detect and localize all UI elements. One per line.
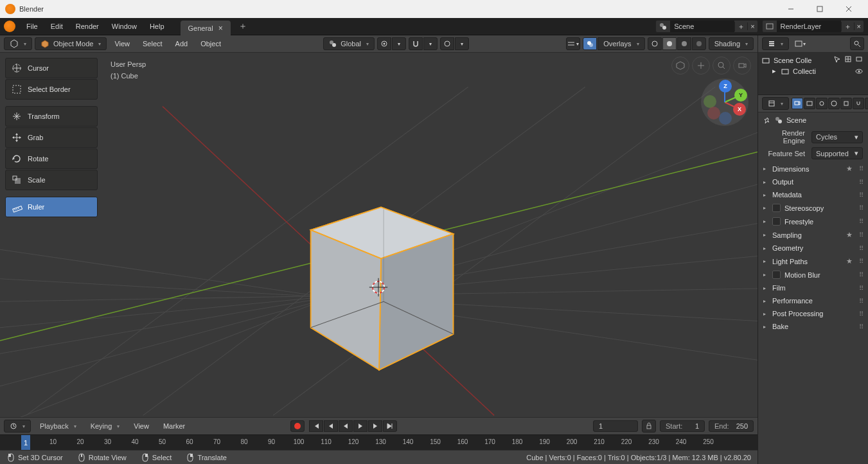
feature-set-dropdown[interactable]: Supported▾ (811, 147, 863, 159)
star-icon[interactable]: ★ (846, 257, 853, 265)
renderlayer-name-input[interactable] (777, 21, 841, 32)
proportional-edit[interactable]: ▾ (440, 37, 469, 50)
outliner-search[interactable] (850, 37, 864, 50)
axis-neg-y[interactable] (704, 95, 716, 108)
tool-scale[interactable]: Scale (5, 170, 98, 190)
axis-z[interactable]: Z (719, 80, 732, 93)
viewport-menu-select[interactable]: Select (137, 38, 168, 49)
stereoscopy-checkbox[interactable] (772, 204, 781, 212)
timeline-keying-menu[interactable]: Keying▾ (85, 420, 125, 433)
scene-selector[interactable]: ＋ × (655, 20, 757, 33)
renderlayer-add-button[interactable]: ＋ (841, 22, 854, 31)
menu-render[interactable]: Render (70, 20, 105, 33)
timeline-playback-menu[interactable]: Playback▾ (35, 420, 82, 433)
jump-to-start[interactable] (309, 420, 323, 432)
renderlayer-browse-icon[interactable] (763, 22, 777, 31)
shading-solid[interactable] (662, 37, 677, 50)
scene-add-button[interactable]: ＋ (734, 22, 747, 31)
tool-ruler[interactable]: Ruler (5, 197, 98, 217)
mode-dropdown[interactable]: Object Mode▾ (35, 37, 107, 50)
blender-logo-icon[interactable] (4, 21, 15, 32)
tool-cursor[interactable]: Cursor (5, 58, 98, 78)
timeline-marker-menu[interactable]: Marker (158, 420, 190, 432)
viewport-3d[interactable]: Cursor Select Border Transform Grab Rota… (0, 53, 757, 417)
panel-output[interactable]: ▸Output⠿ (763, 175, 863, 188)
tool-grab[interactable]: Grab (5, 127, 98, 148)
nav-camera[interactable] (733, 57, 751, 75)
panel-film[interactable]: ▸Film⠿ (763, 281, 863, 294)
maximize-button[interactable] (805, 0, 834, 18)
pin-icon[interactable] (763, 116, 771, 124)
props-tab-object[interactable] (840, 98, 852, 109)
props-tab-output[interactable] (804, 98, 815, 109)
shading-dropdown[interactable]: Shading▾ (709, 37, 754, 50)
properties-editor-dropdown[interactable]: ▾ (762, 97, 789, 110)
lock-frame-range[interactable] (642, 420, 656, 433)
collections-visibility[interactable]: ▾ (566, 37, 580, 50)
menu-file[interactable]: File (21, 20, 44, 33)
menu-edit[interactable]: Edit (45, 20, 69, 33)
outliner-tree[interactable]: Scene Colle ▸ Collecti (758, 53, 868, 95)
play[interactable] (353, 420, 368, 432)
overlays-dropdown[interactable]: Overlays▾ (598, 37, 644, 50)
panel-light-paths[interactable]: ▸Light Paths★⠿ (763, 254, 863, 268)
axis-y[interactable]: Y (734, 89, 747, 102)
editor-type-dropdown[interactable]: ▾ (4, 37, 32, 50)
filter-cursor-icon[interactable] (833, 55, 842, 63)
scene-delete-button[interactable]: × (747, 22, 757, 30)
nav-pan[interactable] (692, 57, 710, 75)
nav-zoom[interactable] (713, 57, 731, 75)
play-reverse[interactable] (339, 420, 353, 432)
viewport-menu-add[interactable]: Add (170, 38, 193, 49)
workspace-tab-general[interactable]: General × (181, 21, 231, 36)
outliner-editor-dropdown[interactable]: ▾ (762, 37, 789, 50)
panel-post-processing[interactable]: ▸Post Processing⠿ (763, 307, 863, 320)
workspace-add-button[interactable]: ＋ (235, 19, 251, 33)
orientation-dropdown[interactable]: Global▾ (323, 37, 375, 50)
props-tab-material[interactable] (865, 98, 868, 109)
timeline-editor-dropdown[interactable]: ▾ (4, 420, 31, 433)
jump-next-keyframe[interactable] (368, 420, 382, 432)
panel-sampling[interactable]: ▸Sampling★⠿ (763, 228, 863, 242)
visibility-eye-icon[interactable] (855, 67, 864, 75)
shading-lookdev[interactable] (677, 37, 691, 50)
shading-wireframe[interactable] (648, 37, 662, 50)
outliner-display-mode[interactable]: ▾ (793, 37, 807, 50)
nav-orbit[interactable] (671, 57, 689, 75)
timeline-view-menu[interactable]: View (128, 420, 154, 432)
shading-mode-buttons[interactable] (648, 37, 706, 50)
playhead[interactable]: 1 (21, 435, 30, 450)
scene-browse-icon[interactable] (656, 22, 670, 31)
menu-help[interactable]: Help (144, 20, 170, 33)
start-frame-field[interactable]: Start:1 (660, 420, 705, 432)
panel-metadata[interactable]: ▸Metadata⠿ (763, 188, 863, 201)
filter-render-icon[interactable] (855, 55, 864, 63)
tool-rotate[interactable]: Rotate (5, 148, 98, 169)
viewport-menu-object[interactable]: Object (195, 38, 226, 49)
auto-keying-toggle[interactable] (290, 420, 305, 432)
panel-bake[interactable]: ▸Bake⠿ (763, 320, 863, 333)
axis-neg-x[interactable] (707, 107, 720, 120)
jump-to-end[interactable] (383, 420, 397, 432)
shading-rendered[interactable] (692, 37, 706, 50)
close-button[interactable] (834, 0, 863, 18)
end-frame-field[interactable]: End:250 (709, 420, 754, 432)
tool-transform[interactable]: Transform (5, 106, 98, 127)
panel-freestyle[interactable]: ▸Freestyle⠿ (763, 215, 863, 228)
disclosure-icon[interactable]: ▸ (770, 67, 779, 75)
filter-grid-icon[interactable] (844, 55, 853, 63)
minimize-button[interactable] (776, 0, 805, 18)
freestyle-checkbox[interactable] (772, 217, 781, 226)
scene-name-input[interactable] (670, 21, 734, 32)
props-tab-world[interactable] (828, 98, 840, 109)
axis-neg-z[interactable] (719, 112, 732, 125)
props-tab-scene[interactable] (816, 98, 828, 109)
render-engine-dropdown[interactable]: Cycles▾ (811, 131, 863, 143)
panel-dimensions[interactable]: ▸Dimensions★⠿ (763, 162, 863, 175)
tool-select-border[interactable]: Select Border (5, 79, 98, 100)
star-icon[interactable]: ★ (846, 231, 853, 239)
star-icon[interactable]: ★ (846, 165, 853, 173)
renderlayer-selector[interactable]: ＋ × (762, 20, 864, 33)
outliner-collection[interactable]: ▸ Collecti (762, 66, 864, 76)
props-tab-render[interactable] (792, 98, 803, 109)
